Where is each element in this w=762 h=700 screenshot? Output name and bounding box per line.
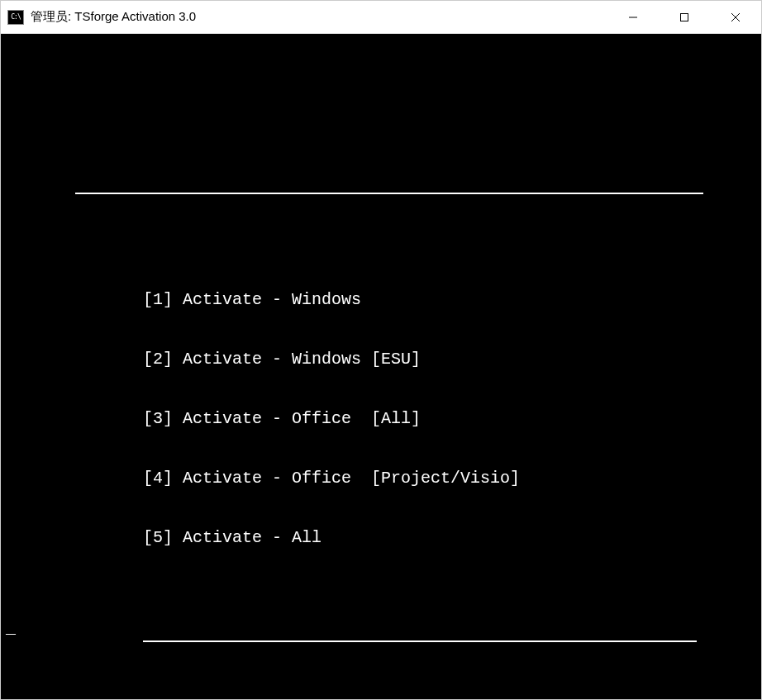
app-window: C:\ 管理员: TSforge Activation 3.0 [1] Acti… [0,0,762,700]
menu-group-main: [1] Activate - Windows [2] Activate - Wi… [75,234,712,601]
svg-rect-1 [681,13,688,21]
divider [75,193,703,194]
maximize-button[interactable] [659,1,710,33]
menu-item-5: [5] Activate - All [143,528,712,548]
close-button[interactable] [710,1,761,33]
advanced-options-label: Advanced Options: [75,682,712,699]
minimize-icon [628,12,638,22]
cmd-icon: C:\ [7,10,24,25]
window-title: 管理员: TSforge Activation 3.0 [31,9,607,25]
maximize-icon [679,12,689,22]
menu-item-2: [2] Activate - Windows [ESU] [143,350,712,369]
menu-item-4: [4] Activate - Office [Project/Visio] [143,469,712,488]
minimize-button[interactable] [607,1,659,33]
menu-item-1: [1] Activate - Windows [143,290,712,310]
console-area[interactable]: [1] Activate - Windows [2] Activate - Wi… [1,34,761,699]
window-controls [607,1,761,33]
close-icon [730,12,741,23]
menu-item-3: [3] Activate - Office [All] [143,409,712,429]
console-content: [1] Activate - Windows [2] Activate - Wi… [1,74,761,699]
titlebar[interactable]: C:\ 管理员: TSforge Activation 3.0 [1,1,761,34]
text-cursor: _ [6,619,16,639]
divider [143,640,697,642]
